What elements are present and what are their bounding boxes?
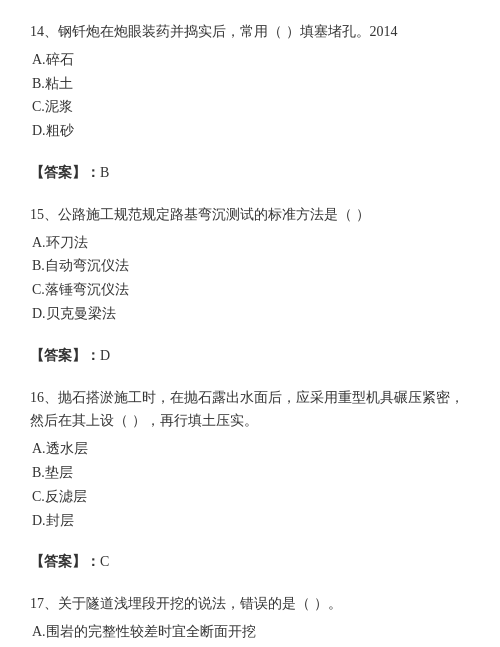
question-16-option-c: C.反滤层 [32, 485, 470, 509]
question-16-option-d: D.封层 [32, 509, 470, 533]
question-14-option-a: A.碎石 [32, 48, 470, 72]
question-17: 17、关于隧道浅埋段开挖的说法，错误的是（ ）。 A.围岩的完整性较差时宜全断面… [30, 592, 470, 647]
answer-15-prefix: 【答案】： [30, 348, 100, 363]
page-content: 14、钢钎炮在炮眼装药并捣实后，常用（ ）填塞堵孔。2014 A.碎石 B.粘土… [30, 20, 470, 647]
answer-14-prefix: 【答案】： [30, 165, 100, 180]
question-15: 15、公路施工规范规定路基弯沉测试的标准方法是（ ） A.环刀法 B.自动弯沉仪… [30, 203, 470, 326]
question-17-text: 17、关于隧道浅埋段开挖的说法，错误的是（ ）。 [30, 592, 470, 616]
question-15-option-d: D.贝克曼梁法 [32, 302, 470, 326]
question-16-text: 16、抛石搭淤施工时，在抛石露出水面后，应采用重型机具碾压紧密，然后在其上设（ … [30, 386, 470, 434]
question-17-option-a: A.围岩的完整性较差时宜全断面开挖 [32, 620, 470, 644]
answer-15-value: D [100, 348, 110, 363]
question-15-text: 15、公路施工规范规定路基弯沉测试的标准方法是（ ） [30, 203, 470, 227]
question-16-option-a: A.透水层 [32, 437, 470, 461]
question-14-option-c: C.泥浆 [32, 95, 470, 119]
question-16: 16、抛石搭淤施工时，在抛石露出水面后，应采用重型机具碾压紧密，然后在其上设（ … [30, 386, 470, 533]
question-15-option-b: B.自动弯沉仪法 [32, 254, 470, 278]
answer-16-value: C [100, 554, 109, 569]
question-14-text: 14、钢钎炮在炮眼装药并捣实后，常用（ ）填塞堵孔。2014 [30, 20, 470, 44]
question-15-option-c: C.落锤弯沉仪法 [32, 278, 470, 302]
question-14-option-d: D.粗砂 [32, 119, 470, 143]
answer-16: 【答案】：C [30, 550, 470, 574]
question-14: 14、钢钎炮在炮眼装药并捣实后，常用（ ）填塞堵孔。2014 A.碎石 B.粘土… [30, 20, 470, 143]
answer-14-value: B [100, 165, 109, 180]
answer-15: 【答案】：D [30, 344, 470, 368]
answer-16-prefix: 【答案】： [30, 554, 100, 569]
question-15-option-a: A.环刀法 [32, 231, 470, 255]
question-14-option-b: B.粘土 [32, 72, 470, 96]
answer-14: 【答案】：B [30, 161, 470, 185]
question-16-option-b: B.垫层 [32, 461, 470, 485]
